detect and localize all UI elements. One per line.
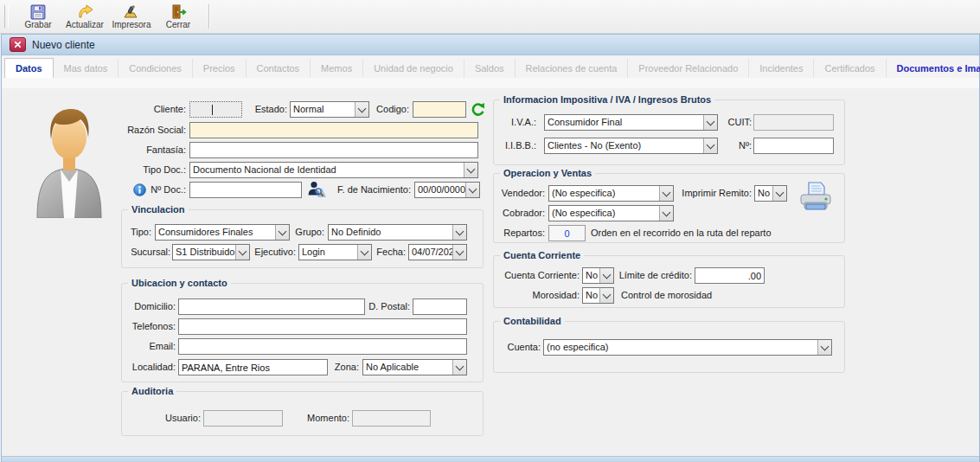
estado-label: Estado: <box>248 101 287 118</box>
limite-credito-label: Límite de crédito: <box>617 267 692 284</box>
save-button-label: Grabar <box>24 20 51 29</box>
iibb-value: Clientes - No (Exento) <box>545 138 703 153</box>
tab-contactos[interactable]: Contactos <box>247 59 311 78</box>
cuenta-corriente-select[interactable]: No <box>582 267 614 284</box>
iibb-label: I.I.B.B.: <box>497 138 536 154</box>
tipo-select[interactable]: Consumidores Finales <box>155 224 290 241</box>
fantasia-field[interactable] <box>189 142 478 158</box>
fecha-select[interactable]: 04/07/2023 <box>408 244 467 260</box>
tipo-doc-select[interactable]: Documento Nacional de Identidad <box>189 162 478 178</box>
limite-credito-field[interactable] <box>695 267 765 284</box>
group-ubicacion-title: Ubicacion y contacto <box>128 277 231 289</box>
cliente-field[interactable] <box>189 101 242 118</box>
sucursal-label: Sucursal: <box>121 244 170 260</box>
zona-select[interactable]: No Aplicable <box>362 359 467 375</box>
tab-datos[interactable]: Datos <box>4 58 54 79</box>
tab-content-datos: Cliente: Estado: Normal Codigo: Razón So… <box>2 78 979 456</box>
iibb-select[interactable]: Clientes - No (Exento) <box>544 138 718 154</box>
cuenta-corriente-value: No <box>583 268 599 283</box>
group-impositiva: Informacion Impositiva / IVA / Ingresos … <box>493 99 845 165</box>
usuario-field <box>203 410 283 427</box>
email-field[interactable] <box>178 338 467 355</box>
close-x-icon[interactable] <box>10 37 26 52</box>
estado-value: Normal <box>291 102 355 117</box>
tipo-label: Tipo: <box>121 224 151 241</box>
nuevo-cliente-window: Nuevo cliente Datos Mas datos Condicione… <box>1 34 980 462</box>
tab-mas-datos[interactable]: Mas datos <box>54 59 119 78</box>
momento-field <box>352 410 431 427</box>
f-nacimiento-label: F. de Nacimiento: <box>329 182 411 198</box>
f-nacimiento-select[interactable]: 00/00/0000 <box>414 182 480 198</box>
cuenta-value: (no especifica) <box>544 340 817 355</box>
chevron-down-icon <box>452 225 466 240</box>
save-button[interactable]: Grabar <box>15 2 61 31</box>
telefonos-label: Telefonos: <box>121 318 176 335</box>
grupo-select[interactable]: No Definido <box>328 224 467 241</box>
iva-select[interactable]: Consumidor Final <box>544 114 718 131</box>
stamp-printer-icon <box>123 4 140 20</box>
refresh-green-icon[interactable] <box>471 102 485 117</box>
info-icon[interactable] <box>133 183 146 196</box>
cuenta-select[interactable]: (no especifica) <box>543 339 832 356</box>
ejecutivo-select[interactable]: Login <box>298 244 372 260</box>
cliente-label: Cliente: <box>123 101 186 118</box>
window-title: Nuevo cliente <box>32 39 95 51</box>
tipo-doc-label: Tipo Doc.: <box>123 162 186 178</box>
refresh-button[interactable]: Actualizar <box>61 2 108 31</box>
estado-select[interactable]: Normal <box>290 101 369 118</box>
imprimir-remito-select[interactable]: No <box>754 185 787 202</box>
repartos-field[interactable] <box>548 225 586 241</box>
tab-unidad-negocio[interactable]: Unidad de negocio <box>363 59 464 78</box>
group-auditoria-title: Auditoria <box>128 385 176 397</box>
telefonos-field[interactable] <box>178 318 467 335</box>
person-search-icon[interactable] <box>306 180 327 198</box>
nro-doc-field[interactable] <box>189 182 302 198</box>
chevron-down-icon <box>659 206 673 221</box>
cobrador-label: Cobrador: <box>498 205 545 221</box>
close-button[interactable]: Cerrar <box>155 2 202 31</box>
refresh-button-label: Actualizar <box>66 20 104 29</box>
morosidad-select[interactable]: No <box>582 287 614 304</box>
save-icon <box>30 4 46 20</box>
dpostal-field[interactable] <box>413 298 467 315</box>
tab-documentos-imagenes[interactable]: Documentos e Imagenes <box>887 59 980 78</box>
sucursal-value: S1 Distribuidor <box>173 245 235 260</box>
chevron-down-icon <box>599 268 613 283</box>
chevron-down-icon <box>465 183 479 197</box>
window-footer <box>2 456 979 462</box>
tab-precios[interactable]: Precios <box>193 59 247 78</box>
text-caret <box>212 105 213 115</box>
chevron-down-icon <box>452 245 466 260</box>
cuenta-label: Cuenta: <box>502 339 541 356</box>
printer-button[interactable]: Impresora <box>108 2 155 31</box>
tab-memos[interactable]: Memos <box>311 59 363 78</box>
printer-icon[interactable] <box>797 179 834 215</box>
zona-label: Zona: <box>329 359 359 375</box>
tab-incidentes[interactable]: Incidentes <box>749 59 814 78</box>
tab-certificados[interactable]: Certificados <box>814 59 886 78</box>
vendedor-select[interactable]: (No especifica) <box>548 185 674 202</box>
ejecutivo-value: Login <box>299 245 357 260</box>
cuit-label: CUIT: <box>718 114 752 131</box>
person-avatar <box>26 101 112 218</box>
toolbar-grip[interactable] <box>4 5 9 28</box>
content-top-band <box>2 78 979 88</box>
localidad-field[interactable] <box>178 359 328 375</box>
chevron-down-icon <box>703 115 717 130</box>
nro-field[interactable] <box>753 138 834 154</box>
chevron-down-icon <box>772 186 786 201</box>
vendedor-value: (No especifica) <box>549 186 659 201</box>
tab-proveedor-relacionado[interactable]: Proveedor Relacionado <box>628 59 749 78</box>
iva-label: I.V.A.: <box>497 114 536 131</box>
cobrador-select[interactable]: (No especifica) <box>548 205 674 221</box>
tab-relaciones-cuenta[interactable]: Relaciones de cuenta <box>516 59 629 78</box>
tab-saldos[interactable]: Saldos <box>464 59 516 78</box>
codigo-field[interactable] <box>413 101 466 118</box>
sucursal-select[interactable]: S1 Distribuidor <box>172 244 250 260</box>
tab-condiciones[interactable]: Condiciones <box>118 59 193 78</box>
ejecutivo-label: Ejecutivo: <box>250 244 296 260</box>
email-label: Email: <box>121 338 176 355</box>
domicilio-field[interactable] <box>178 298 365 315</box>
razon-social-field[interactable] <box>189 122 478 138</box>
grupo-value: No Definido <box>329 225 452 240</box>
